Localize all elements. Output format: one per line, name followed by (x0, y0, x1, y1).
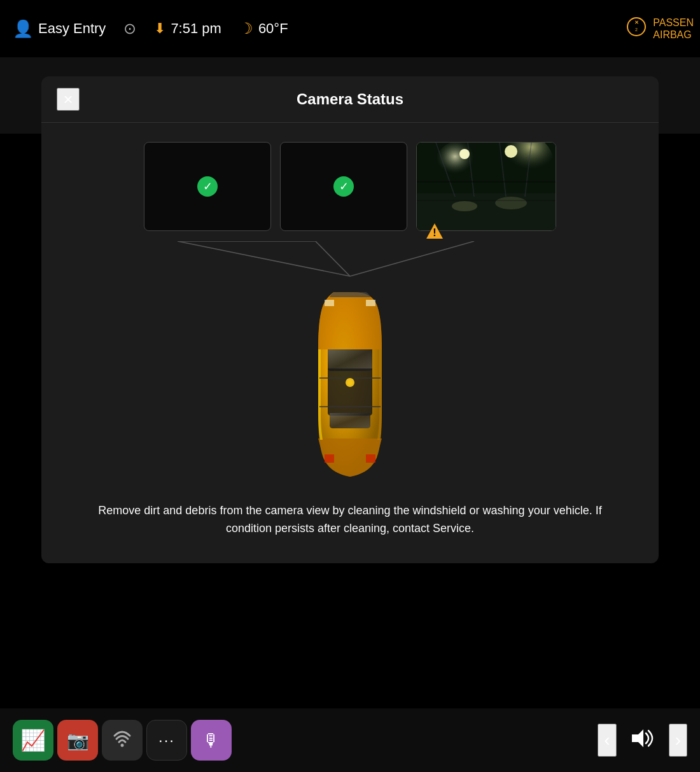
camera-preview-scene (417, 143, 556, 230)
modal-title: Camera Status (297, 90, 403, 108)
easy-entry-status: 👤 Easy Entry (13, 19, 106, 39)
modal-header: × Camera Status (41, 76, 659, 123)
camera-feed-1[interactable]: ✓ (144, 142, 271, 231)
svg-line-21 (350, 241, 474, 276)
airbag-text: PASSEN AIRBAG (653, 17, 694, 41)
camera-app-icon[interactable]: 📷 (57, 720, 98, 761)
camera-feed-2[interactable]: ✓ (280, 142, 407, 231)
bottom-controls: ‹ › (598, 724, 687, 757)
airbag-indicator: ✕ 2 PASSEN AIRBAG (619, 0, 700, 57)
svg-line-20 (316, 241, 350, 276)
connector-lines (60, 241, 640, 279)
camera-2-status-ok: ✓ (333, 176, 354, 197)
camera-feed-3[interactable] (416, 142, 556, 231)
car-diagram (41, 279, 659, 489)
svg-point-27 (121, 743, 124, 747)
svg-rect-16 (417, 200, 556, 201)
svg-text:!: ! (433, 227, 436, 238)
warning-message: Remove dirt and debris from the camera v… (41, 489, 659, 544)
svg-point-14 (495, 197, 527, 209)
svg-line-19 (178, 241, 350, 276)
bottom-apps: 📈 📷 ··· 🎙 (13, 720, 232, 761)
stocks-app-icon[interactable]: 📈 (13, 720, 53, 761)
temp-status: ☽ 60°F (239, 20, 288, 38)
camera-feeds-row: ✓ ✓ (41, 123, 659, 231)
person-icon: 👤 (13, 19, 33, 39)
prev-button[interactable]: ‹ (598, 724, 616, 757)
svg-point-11 (459, 149, 470, 159)
camera-status: ⊙ (123, 20, 136, 38)
camera-3-warning-badge: ! (425, 222, 444, 242)
download-icon: ⬇ (154, 20, 165, 37)
podcast-app-icon[interactable]: 🎙 (191, 720, 232, 761)
wifi-app-icon[interactable] (102, 720, 143, 761)
svg-rect-15 (417, 181, 556, 183)
more-app-icon[interactable]: ··· (146, 720, 187, 761)
svg-text:✕: ✕ (634, 20, 639, 25)
svg-marker-28 (632, 729, 643, 747)
airbag-icon: ✕ 2 (625, 15, 648, 42)
svg-point-13 (452, 201, 477, 211)
svg-point-26 (347, 380, 353, 385)
svg-text:2: 2 (635, 27, 638, 32)
volume-icon (629, 727, 656, 754)
camera-icon: ⊙ (123, 20, 136, 38)
close-button[interactable]: × (57, 88, 80, 111)
easy-entry-label: Easy Entry (38, 20, 106, 37)
connector-svg (60, 241, 640, 279)
next-button[interactable]: › (669, 724, 687, 757)
time-label: 7:51 pm (171, 20, 221, 37)
camera-status-modal: × Camera Status ✓ ✓ (41, 76, 659, 563)
svg-point-12 (505, 145, 517, 158)
temp-label: 60°F (258, 20, 288, 37)
time-status: ⬇ 7:51 pm (154, 20, 221, 37)
bottom-bar: 📈 📷 ··· 🎙 ‹ (0, 708, 700, 772)
car-top-view (280, 286, 420, 477)
moon-icon: ☽ (239, 20, 253, 38)
camera-1-status-ok: ✓ (197, 176, 218, 197)
status-bar: 👤 Easy Entry ⊙ ⬇ 7:51 pm ☽ 60°F ✕ 2 PASS… (0, 0, 700, 57)
